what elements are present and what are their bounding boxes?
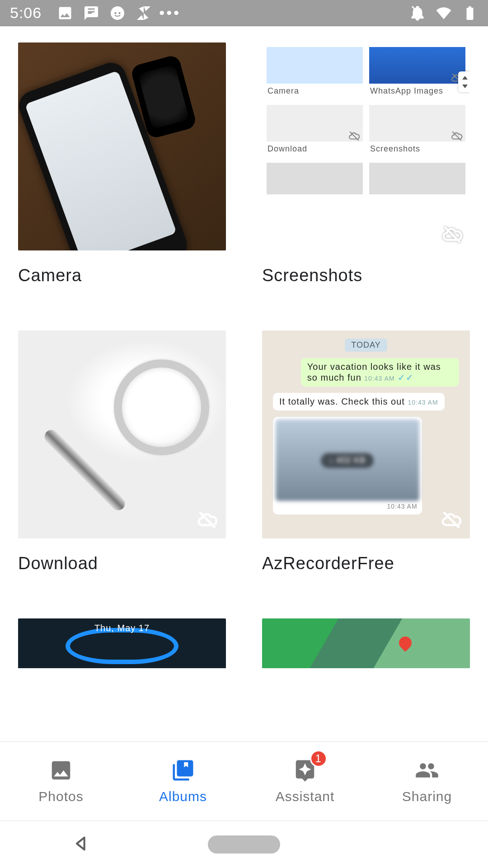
- dnd-icon: [409, 5, 426, 21]
- album-row3-right[interactable]: 🚌 Bx15 M100 M101 ›🚶3 !Use caution–wheelc…: [262, 618, 470, 668]
- fast-scroll-handle[interactable]: [458, 71, 470, 92]
- message-icon: [83, 5, 99, 21]
- system-nav-bar: [0, 821, 488, 868]
- cloud-off-icon: [197, 509, 218, 532]
- svg-point-0: [111, 6, 124, 20]
- assistant-badge: 1: [310, 750, 327, 767]
- album-row3-left[interactable]: Thu, May 17 ▦ System · 2h ˅ Screenshot s…: [18, 618, 226, 668]
- recents-placeholder: [398, 835, 416, 854]
- album-thumbnail[interactable]: 🚌 Bx15 M100 M101 ›🚶3 !Use caution–wheelc…: [262, 618, 470, 668]
- reddit-icon: [109, 5, 126, 21]
- album-download[interactable]: Download: [18, 330, 226, 573]
- cloud-off-icon: [442, 224, 463, 247]
- nav-sharing[interactable]: Sharing: [366, 742, 488, 821]
- nav-photos[interactable]: Photos: [0, 742, 122, 821]
- photos-icon: [49, 758, 73, 783]
- album-azrecorderfree[interactable]: TODAY Your vacation looks like it was so…: [262, 330, 470, 573]
- nav-label: Sharing: [402, 789, 452, 804]
- bottom-nav: Photos Albums 1 Assistant Sharing: [0, 741, 488, 821]
- pinwheel-icon: [136, 5, 152, 21]
- status-clock: 5:06: [10, 4, 42, 22]
- album-title: AzRecorderFree: [262, 554, 470, 573]
- album-thumbnail[interactable]: TODAY Your vacation looks like it was so…: [262, 330, 470, 538]
- nav-label: Photos: [38, 789, 83, 804]
- svg-point-1: [114, 12, 117, 14]
- cloud-off-icon: [441, 509, 462, 532]
- album-thumbnail[interactable]: Thu, May 17 ▦ System · 2h ˅ Screenshot s…: [18, 618, 226, 668]
- photo-icon: [57, 5, 73, 21]
- back-button[interactable]: [72, 835, 90, 854]
- nav-albums[interactable]: Albums: [122, 742, 244, 821]
- status-bar: 5:06 •••: [0, 0, 488, 26]
- album-title: Download: [18, 554, 226, 573]
- nav-label: Assistant: [276, 789, 335, 804]
- album-title: Screenshots: [262, 266, 470, 285]
- album-title: Camera: [18, 266, 226, 285]
- wifi-icon: [436, 5, 452, 21]
- sharing-icon: [415, 758, 439, 783]
- svg-point-2: [118, 12, 121, 14]
- album-screenshots[interactable]: Camera WhatsApp Images Download Screensh…: [262, 42, 470, 285]
- album-thumbnail[interactable]: [18, 330, 226, 538]
- nav-label: Albums: [159, 789, 207, 804]
- albums-icon: [171, 758, 195, 783]
- album-thumbnail[interactable]: Camera WhatsApp Images Download Screensh…: [262, 42, 470, 250]
- more-icon: •••: [162, 5, 178, 21]
- home-pill[interactable]: [208, 835, 280, 854]
- album-camera[interactable]: Camera: [18, 42, 226, 285]
- battery-icon: [462, 5, 478, 21]
- albums-grid[interactable]: Camera Camera WhatsApp Images Download S…: [0, 26, 488, 668]
- album-thumbnail[interactable]: [18, 42, 226, 250]
- nav-assistant[interactable]: 1 Assistant: [244, 742, 366, 821]
